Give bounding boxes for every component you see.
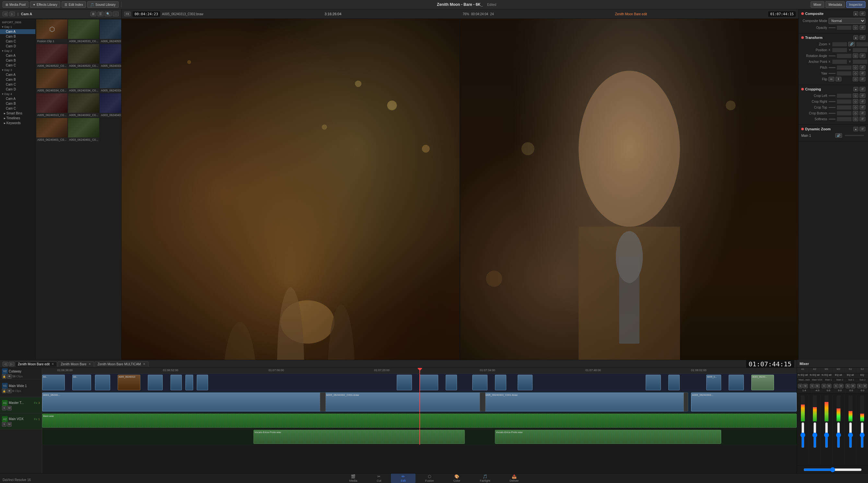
transform-expand[interactable]: ▴ <box>854 35 858 40</box>
timeline-name-link[interactable]: Zenith Moon Bare edit <box>615 12 647 16</box>
cam-d-item[interactable]: Cam D <box>0 44 35 49</box>
import-group[interactable]: IMPORT_0906 <box>0 20 35 25</box>
yaw-slider[interactable] <box>829 73 836 74</box>
page-cut[interactable]: ✂ Cut <box>367 474 391 483</box>
v2-clip-5[interactable] <box>170 375 182 390</box>
effects-library-tab[interactable]: ✦ Effects Library <box>30 1 60 8</box>
back-btn[interactable]: ◁ <box>3 12 8 16</box>
day1-group[interactable]: ▾ Day 1 <box>0 25 35 29</box>
rot-keyframe[interactable]: ◇ <box>853 54 858 58</box>
zoom-link[interactable]: 🔗 <box>848 42 855 47</box>
crop-left-keyframe[interactable]: ◇ <box>853 93 858 98</box>
v2-clip-11[interactable] <box>472 375 488 390</box>
crop-right-reset[interactable]: ↺ <box>860 99 865 104</box>
day2-group[interactable]: ▾ Day 2 <box>0 49 35 53</box>
v1-clip-2[interactable]: A005_06240303_C001.braw <box>484 393 687 411</box>
grid-view-btn[interactable]: ⊞ <box>90 12 96 16</box>
v2-clip-15[interactable] <box>668 375 680 390</box>
v1-clip-1[interactable]: A005_06240302_C001.braw <box>325 393 484 411</box>
crop-left-slider[interactable] <box>829 95 836 96</box>
s2-m-btn[interactable]: M <box>863 384 867 388</box>
media-clip-9[interactable]: A005_06240313_C0... <box>36 93 67 117</box>
page-color[interactable]: 🎨 Color <box>444 474 470 483</box>
opacity-value[interactable]: 100.00 <box>837 26 851 30</box>
anchor-x-value[interactable]: 0.000 <box>832 60 847 64</box>
dynamic-zoom-header[interactable]: Dynamic Zoom ▴ ↺ <box>801 127 865 131</box>
mixer-tab[interactable]: Mixer <box>811 1 824 8</box>
media-clip-6[interactable]: A005_06240334_C0... <box>36 69 67 93</box>
v2-clip-16[interactable]: A005_0... <box>706 375 721 390</box>
cam-c-item[interactable]: Cam C <box>0 39 35 44</box>
s1-s-btn[interactable]: S <box>846 384 850 388</box>
media-clip-11[interactable]: A003_06240401_C0... <box>100 93 121 117</box>
page-edit[interactable]: ✏ Edit <box>391 474 415 483</box>
search-btn[interactable]: 🔍 <box>105 12 112 16</box>
page-fairlight[interactable]: 🎵 Fairlight <box>470 474 500 483</box>
m2-m-btn[interactable]: M <box>839 384 843 388</box>
crop-reset[interactable]: ↺ <box>860 87 865 91</box>
day2-cam-a[interactable]: Cam A <box>0 53 35 58</box>
cam-b-item[interactable]: Cam B <box>0 34 35 39</box>
tab-close-2[interactable]: ✕ <box>143 362 146 366</box>
fit-btn[interactable]: Fit <box>124 12 131 16</box>
crop-right-value[interactable]: 0.000 <box>837 99 851 104</box>
media-clip-10[interactable]: A005_06240302_C0... <box>68 93 99 117</box>
transform-reset[interactable]: ↺ <box>860 35 865 40</box>
timelines-item[interactable]: ▸ Timelines <box>0 116 35 121</box>
day3-cam-a[interactable]: Cam A <box>0 72 35 77</box>
crop-bottom-value[interactable]: 0.000 <box>837 111 851 115</box>
tab-zenith-multicam[interactable]: Zenith Moon Bare MULTICAM ✕ <box>95 361 149 367</box>
crop-expand[interactable]: ▴ <box>854 87 858 91</box>
softness-keyframe[interactable]: ◇ <box>853 117 858 121</box>
media-clip-4[interactable]: A006_06240520_C0... <box>68 44 99 68</box>
tab-close-0[interactable]: ✕ <box>52 362 54 366</box>
v1-eye[interactable]: 👁 <box>7 389 12 393</box>
a2-solo[interactable]: S <box>2 422 6 427</box>
opacity-reset[interactable]: ↺ <box>860 25 865 30</box>
v2-eye[interactable]: 👁 <box>7 374 12 379</box>
softness-value[interactable]: 0.000 <box>837 117 851 121</box>
v2-clip-0[interactable]: A0.. <box>42 375 65 390</box>
crop-top-value[interactable]: 0.000 <box>837 105 851 110</box>
a2-m-btn[interactable]: M <box>815 384 820 388</box>
a2-mute[interactable]: M <box>7 422 12 427</box>
edit-index-tab[interactable]: ☰ Edit Index <box>62 1 86 8</box>
v2-clip-2[interactable] <box>95 375 110 390</box>
dz-expand[interactable]: ▴ <box>854 127 858 131</box>
transform-header[interactable]: Transform ▴ ↺ <box>801 35 865 40</box>
v2-clip-9[interactable] <box>420 375 438 390</box>
composite-header[interactable]: Composite ▴ ↺ <box>801 11 865 16</box>
tl-back-btn[interactable]: ◁ <box>3 362 8 366</box>
crop-bottom-slider[interactable] <box>829 113 836 114</box>
day3-cam-d[interactable]: Cam D <box>0 87 35 92</box>
v2-clip-10[interactable] <box>446 375 457 390</box>
metadata-tab[interactable]: Metadata <box>826 1 845 8</box>
crop-bottom-reset[interactable]: ↺ <box>860 111 865 115</box>
a1-s-btn[interactable]: S <box>798 384 803 388</box>
a2-s-btn[interactable]: S <box>810 384 814 388</box>
v2-clip-1[interactable]: A0.. <box>72 375 91 390</box>
media-clip-3[interactable]: A006_06240522_C0... <box>36 44 67 68</box>
zoom-x-value[interactable]: 1.000 <box>832 42 847 47</box>
day4-cam-c[interactable]: Cam C <box>0 106 35 111</box>
softness-reset[interactable]: ↺ <box>860 117 865 121</box>
v2-clip-7[interactable] <box>197 375 208 390</box>
keywords-item[interactable]: ▸ Keywords <box>0 121 35 125</box>
page-media[interactable]: 🎬 Media <box>340 474 367 483</box>
media-clip-12[interactable]: A003_06240401_C0... <box>36 118 67 142</box>
pitch-slider[interactable] <box>829 67 836 68</box>
tab-zenith-bare[interactable]: Zenith Moon Bare ✕ <box>58 361 94 367</box>
flip-v-btn[interactable]: ⇕ <box>836 77 841 81</box>
flip-keyframe[interactable]: ◇ <box>853 77 858 81</box>
crop-top-slider[interactable] <box>829 107 836 108</box>
m2-s-btn[interactable]: S <box>834 384 838 388</box>
v2-clip-12[interactable] <box>495 375 506 390</box>
a2-clip-1[interactable]: Vocals-Erica-Proto.wav <box>495 430 721 444</box>
crop-top-reset[interactable]: ↺ <box>860 105 865 110</box>
v2-clip-4[interactable] <box>148 375 163 390</box>
crop-left-reset[interactable]: ↺ <box>860 93 865 98</box>
pitch-keyframe[interactable]: ◇ <box>853 65 858 70</box>
a1-solo[interactable]: S <box>2 406 6 411</box>
a2-fader[interactable] <box>813 422 816 448</box>
crop-right-keyframe[interactable]: ◇ <box>853 99 858 104</box>
